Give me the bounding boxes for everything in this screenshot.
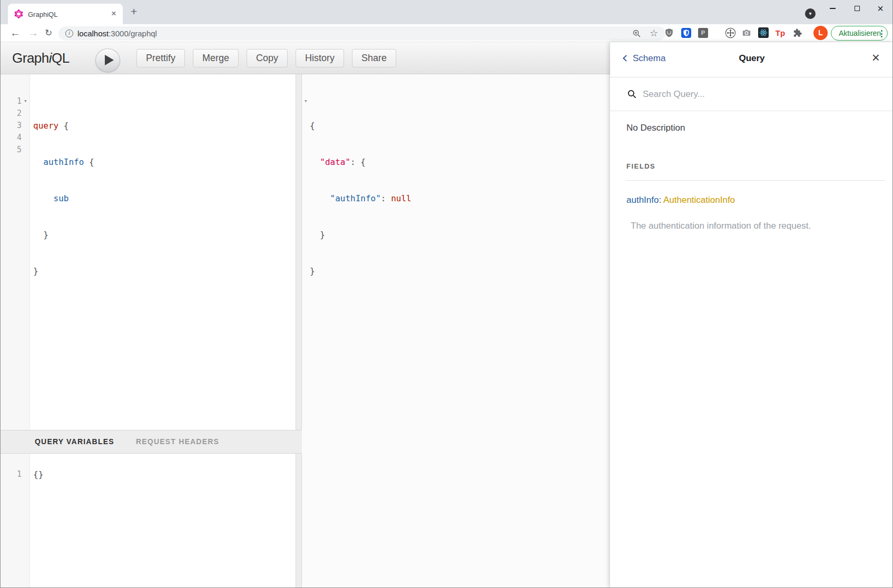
- result-code: { "data": { "authInfo": null } }: [310, 95, 411, 301]
- browser-menu-icon[interactable]: [881, 30, 882, 39]
- fields-section-header: FIELDS: [626, 162, 655, 170]
- address-bar: ← → ↻ i localhost:3000/graphql ☆ P: [1, 24, 892, 42]
- line-number: 5: [1, 144, 22, 156]
- copy-button[interactable]: Copy: [247, 49, 288, 67]
- code-line: }: [33, 265, 94, 277]
- pane-divider[interactable]: [296, 74, 302, 588]
- query-editor[interactable]: 1 2 3 4 5 ▾ query { authInfo { sub } }: [1, 74, 296, 430]
- browser-tab[interactable]: GraphiQL ×: [8, 4, 123, 24]
- docs-close-icon[interactable]: ×: [872, 50, 880, 66]
- browser-window: GraphiQL × + ▾ × ← → ↻ i localhost:3000/…: [0, 0, 893, 588]
- site-info-icon[interactable]: i: [65, 30, 73, 37]
- code-line: }: [310, 265, 411, 277]
- play-icon: [105, 55, 114, 65]
- query-code: query { authInfo { sub } }: [33, 95, 94, 301]
- move-tool-extension-icon[interactable]: [724, 27, 736, 38]
- code-line: }: [310, 229, 411, 241]
- prettify-button[interactable]: Prettify: [136, 49, 185, 67]
- code-line: sub: [33, 192, 94, 204]
- window-minimize-button[interactable]: [820, 0, 845, 17]
- line-number: 1: [1, 95, 22, 107]
- tab-search-button[interactable]: ▾: [805, 8, 816, 19]
- url-text: localhost:3000/graphql: [77, 29, 157, 38]
- forward-button[interactable]: →: [28, 24, 38, 42]
- fold-arrow-icon[interactable]: ▾: [304, 97, 308, 104]
- search-icon: [627, 89, 637, 99]
- letter-p-extension-icon[interactable]: P: [697, 27, 709, 38]
- docs-title: Query: [610, 53, 893, 64]
- variables-editor-gutter: 1: [1, 454, 30, 588]
- tab-title: GraphiQL: [28, 11, 57, 18]
- docs-panel: Schema Query × No Description FIELDS aut…: [610, 42, 893, 588]
- docs-search-input[interactable]: [643, 85, 883, 104]
- tab-request-headers[interactable]: REQUEST HEADERS: [136, 430, 219, 453]
- code-line: "authInfo": null: [310, 192, 411, 204]
- line-number: 2: [1, 107, 22, 120]
- react-devtools-extension-icon[interactable]: [758, 27, 769, 38]
- window-close-button[interactable]: ×: [868, 0, 892, 17]
- variables-editor[interactable]: 1 {}: [1, 454, 296, 588]
- variables-code: {}: [33, 468, 43, 481]
- result-viewer: ▾ { "data": { "authInfo": null } }: [302, 74, 610, 588]
- extensions-puzzle-icon[interactable]: [791, 27, 803, 38]
- type-description: No Description: [626, 123, 685, 133]
- docs-header: Schema Query ×: [610, 42, 893, 77]
- bitwarden-extension-icon[interactable]: [680, 27, 692, 38]
- ublock-extension-icon[interactable]: [663, 27, 675, 38]
- refresh-button[interactable]: ↻: [45, 24, 52, 42]
- code-line: "data": {: [310, 156, 411, 168]
- bookmark-star-icon[interactable]: ☆: [650, 27, 658, 39]
- field-description: The authentication information of the re…: [631, 221, 811, 231]
- share-button[interactable]: Share: [352, 49, 396, 67]
- zoom-indicator-icon[interactable]: [632, 29, 641, 38]
- graphiql-toolbar: GraphiQL Prettify Merge Copy History Sha…: [1, 42, 610, 74]
- line-number: 1: [1, 468, 22, 481]
- tab-query-variables[interactable]: QUERY VARIABLES: [35, 430, 114, 453]
- browser-update-button[interactable]: Aktualisieren: [831, 26, 888, 41]
- code-line: authInfo {: [33, 156, 94, 168]
- history-button[interactable]: History: [296, 49, 344, 67]
- field-name-link[interactable]: authInfo: [626, 195, 659, 205]
- merge-button[interactable]: Merge: [193, 49, 239, 67]
- window-maximize-button[interactable]: [845, 0, 869, 17]
- docs-search-section: [610, 77, 893, 111]
- back-button[interactable]: ←: [10, 24, 21, 42]
- url-field[interactable]: i localhost:3000/graphql ☆: [58, 26, 665, 41]
- svg-text:P: P: [701, 30, 705, 36]
- code-line: }: [33, 229, 94, 241]
- line-number: 3: [1, 120, 22, 132]
- variables-tab-bar: QUERY VARIABLES REQUEST HEADERS: [1, 430, 302, 454]
- execute-query-button[interactable]: [95, 48, 120, 72]
- line-number: 4: [1, 132, 22, 144]
- code-line: query {: [33, 120, 94, 132]
- graphiql-logo: GraphiQL: [12, 50, 70, 66]
- code-line: {: [310, 120, 411, 132]
- fields-divider: [626, 180, 885, 181]
- field-row: authInfo: AuthenticationInfo: [626, 195, 735, 205]
- fold-arrow-icon[interactable]: ▾: [24, 97, 27, 104]
- camera-extension-icon[interactable]: [741, 27, 752, 38]
- query-editor-gutter: 1 2 3 4 5 ▾: [1, 74, 30, 430]
- graphiql-app: GraphiQL Prettify Merge Copy History Sha…: [1, 42, 893, 588]
- tab-bar: GraphiQL × + ▾ ×: [1, 0, 892, 24]
- field-type-link[interactable]: AuthenticationInfo: [663, 195, 735, 205]
- graphql-favicon-icon: [14, 9, 23, 18]
- tab-close-icon[interactable]: ×: [111, 8, 116, 19]
- tp-extension-icon[interactable]: Tp: [774, 27, 786, 38]
- profile-avatar[interactable]: L: [813, 26, 828, 40]
- new-tab-button[interactable]: +: [131, 5, 137, 18]
